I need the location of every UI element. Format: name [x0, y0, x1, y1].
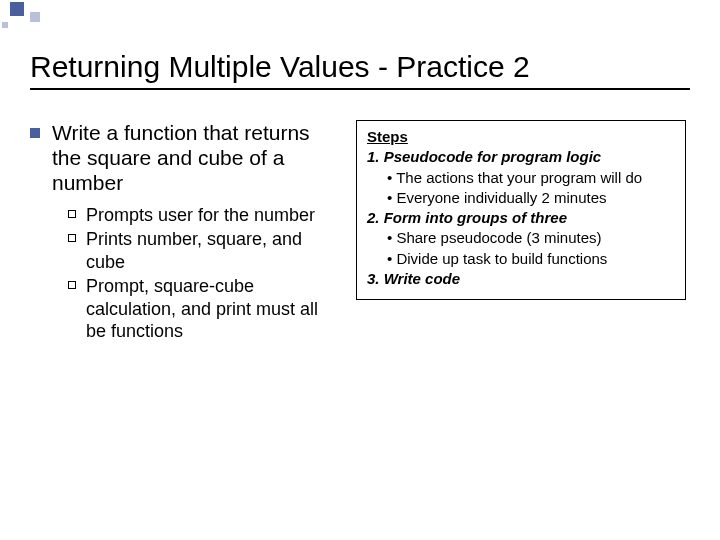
- steps-box: Steps 1. Pseudocode for program logic Th…: [356, 120, 686, 300]
- sub-bullet-text: Prompts user for the number: [86, 204, 315, 227]
- steps-heading: Steps: [367, 127, 675, 147]
- title-area: Returning Multiple Values - Practice 2: [30, 50, 690, 90]
- step-sub-item: The actions that your program will do: [387, 168, 675, 188]
- step-sub-item: Divide up task to build functions: [387, 249, 675, 269]
- step-label: 2. Form into groups of three: [367, 208, 675, 228]
- left-column: Write a function that returns the square…: [30, 120, 340, 345]
- sub-bullet-text: Prompt, square-cube calculation, and pri…: [86, 275, 340, 343]
- page-title: Returning Multiple Values - Practice 2: [30, 50, 690, 84]
- step-label: 1. Pseudocode for program logic: [367, 147, 675, 167]
- main-bullet: Write a function that returns the square…: [30, 120, 340, 196]
- title-underline: [30, 88, 690, 90]
- list-item: Prompt, square-cube calculation, and pri…: [68, 275, 340, 343]
- hollow-square-icon: [68, 281, 76, 289]
- step-sub-item: Everyone individually 2 minutes: [387, 188, 675, 208]
- list-item: Prints number, square, and cube: [68, 228, 340, 273]
- square-bullet-icon: [30, 128, 40, 138]
- hollow-square-icon: [68, 210, 76, 218]
- sub-bullet-list: Prompts user for the number Prints numbe…: [68, 204, 340, 343]
- content-area: Write a function that returns the square…: [30, 120, 690, 345]
- list-item: Prompts user for the number: [68, 204, 340, 227]
- right-column: Steps 1. Pseudocode for program logic Th…: [356, 120, 686, 345]
- slide-corner-decoration: [0, 0, 160, 40]
- step-sub-item: Share pseudocode (3 minutes): [387, 228, 675, 248]
- sub-bullet-text: Prints number, square, and cube: [86, 228, 340, 273]
- hollow-square-icon: [68, 234, 76, 242]
- step-label: 3. Write code: [367, 269, 675, 289]
- main-bullet-text: Write a function that returns the square…: [52, 120, 340, 196]
